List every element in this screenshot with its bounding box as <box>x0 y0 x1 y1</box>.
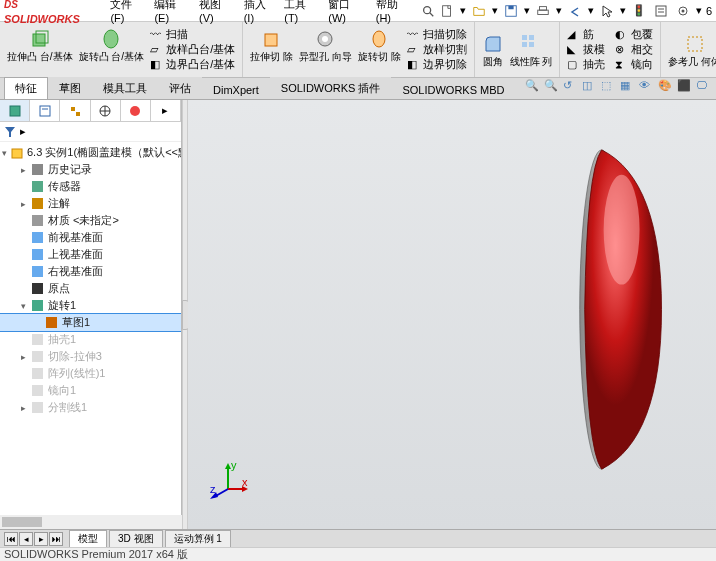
filter-icon[interactable] <box>4 126 16 138</box>
feature-manager: ▸ ▸ ▾ 6.3 实例1(椭圆盖建模（默认<<默认>_显 ▸历史记录传感器▸注… <box>0 100 182 529</box>
intersect-button[interactable]: ⊗相交 <box>613 42 655 57</box>
tree-item[interactable]: ▸分割线1 <box>0 399 181 416</box>
linear-pattern-button[interactable]: 线性阵 列 <box>508 32 555 68</box>
revolve-cut-button[interactable]: 旋转切 除 <box>356 27 403 72</box>
menu-edit[interactable]: 编辑(E) <box>151 0 192 24</box>
hide-show-icon[interactable]: 👁 <box>639 79 655 95</box>
ribbon-group-fillet: 圆角 线性阵 列 <box>475 22 561 77</box>
print-icon[interactable] <box>534 3 552 19</box>
open-icon[interactable] <box>470 3 488 19</box>
boundary-button[interactable]: ◧边界凸台/基体 <box>148 57 237 72</box>
doc-props-icon[interactable] <box>652 3 670 19</box>
display-manager-tab[interactable] <box>121 100 151 121</box>
tab-evaluate[interactable]: 评估 <box>158 77 202 99</box>
tree-item[interactable]: 原点 <box>0 280 181 297</box>
tree-item[interactable]: 前视基准面 <box>0 229 181 246</box>
status-text: SOLIDWORKS Premium 2017 x64 版 <box>4 547 188 561</box>
select-icon[interactable] <box>598 3 616 19</box>
main-area: ▸ ▸ ▾ 6.3 实例1(椭圆盖建模（默认<<默认>_显 ▸历史记录传感器▸注… <box>0 100 716 529</box>
save-icon[interactable] <box>502 3 520 19</box>
config-manager-tab[interactable] <box>60 100 90 121</box>
tab-features[interactable]: 特征 <box>4 77 48 99</box>
loft-cut-button[interactable]: ▱放样切割 <box>405 42 469 57</box>
svg-point-17 <box>322 36 328 42</box>
menu-tools[interactable]: 工具(T) <box>281 0 321 24</box>
feature-tree-tab[interactable] <box>0 100 30 121</box>
svg-point-14 <box>104 30 118 48</box>
loft-button[interactable]: ▱放样凸台/基体 <box>148 42 237 57</box>
tree-item[interactable]: ▸历史记录 <box>0 161 181 178</box>
scroll-next-icon[interactable]: ▸ <box>34 532 48 546</box>
rib-button[interactable]: ◢筋 <box>565 27 607 42</box>
tab-addins[interactable]: SOLIDWORKS 插件 <box>270 77 392 99</box>
tree-item[interactable]: 草图1 <box>0 314 181 331</box>
graphics-viewport[interactable]: y x z <box>188 100 716 529</box>
view-settings-icon[interactable]: 🖵 <box>696 79 712 95</box>
zoom-fit-icon[interactable]: 🔍 <box>525 79 541 95</box>
ribbon-group-cut: 拉伸切 除 异型孔 向导 旋转切 除 〰扫描切除 ▱放样切割 ◧边界切除 <box>243 22 474 77</box>
plane-icon <box>31 265 45 279</box>
tree-item[interactable]: ▸切除-拉伸3 <box>0 348 181 365</box>
svg-text:x: x <box>242 476 248 488</box>
shell-button[interactable]: ▢抽壳 <box>565 57 607 72</box>
prev-view-icon[interactable]: ↺ <box>563 79 579 95</box>
feature-tree[interactable]: ▾ 6.3 实例1(椭圆盖建模（默认<<默认>_显 ▸历史记录传感器▸注解材质 … <box>0 142 181 529</box>
undo-icon[interactable] <box>566 3 584 19</box>
new-doc-icon[interactable] <box>438 3 456 19</box>
display-style-icon[interactable]: ▦ <box>620 79 636 95</box>
extrude-cut-button[interactable]: 拉伸切 除 <box>248 27 295 72</box>
scroll-first-icon[interactable]: ⏮ <box>4 532 18 546</box>
motion-study-tab[interactable]: 运动算例 1 <box>165 530 231 548</box>
sweep-button[interactable]: 〰扫描 <box>148 27 237 42</box>
tree-item[interactable]: 阵列(线性)1 <box>0 365 181 382</box>
property-manager-tab[interactable] <box>30 100 60 121</box>
menu-window[interactable]: 窗口(W) <box>325 0 368 24</box>
extrude-boss-button[interactable]: 拉伸凸 台/基体 <box>5 27 75 72</box>
view-orient-icon[interactable]: ⬚ <box>601 79 617 95</box>
rebuild-icon[interactable]: 🚦 <box>630 3 648 19</box>
tree-hscrollbar[interactable] <box>0 515 182 529</box>
hole-wizard-button[interactable]: 异型孔 向导 <box>297 27 354 72</box>
tree-item[interactable]: 右视基准面 <box>0 263 181 280</box>
section-view-icon[interactable]: ◫ <box>582 79 598 95</box>
fillet-button[interactable]: 圆角 <box>480 32 506 68</box>
split-icon <box>31 401 45 415</box>
menu-help[interactable]: 帮助(H) <box>373 0 414 24</box>
sweep-cut-button[interactable]: 〰扫描切除 <box>405 27 469 42</box>
mirror-button[interactable]: ⧗镜向 <box>613 57 655 72</box>
scroll-last-icon[interactable]: ⏭ <box>49 532 63 546</box>
tab-mbd[interactable]: SOLIDWORKS MBD <box>391 80 515 99</box>
menu-view[interactable]: 视图(V) <box>196 0 237 24</box>
tree-item[interactable]: 材质 <未指定> <box>0 212 181 229</box>
scene-icon[interactable]: ⬛ <box>677 79 693 95</box>
tree-item[interactable]: 上视基准面 <box>0 246 181 263</box>
tree-root[interactable]: ▾ 6.3 实例1(椭圆盖建模（默认<<默认>_显 <box>0 144 181 161</box>
dimxpert-manager-tab[interactable] <box>91 100 121 121</box>
tab-mold-tools[interactable]: 模具工具 <box>92 77 158 99</box>
tree-item[interactable]: ▾旋转1 <box>0 297 181 314</box>
3dview-tab[interactable]: 3D 视图 <box>109 530 163 548</box>
draft-button[interactable]: ◣拔模 <box>565 42 607 57</box>
svg-rect-20 <box>529 35 534 40</box>
options-icon[interactable] <box>674 3 692 19</box>
scroll-prev-icon[interactable]: ◂ <box>19 532 33 546</box>
wrap-button[interactable]: ◐包覆 <box>613 27 655 42</box>
tree-item[interactable]: 镜向1 <box>0 382 181 399</box>
filter-dropdown-icon[interactable]: ▸ <box>20 125 26 138</box>
revolve-boss-button[interactable]: 旋转凸 台/基体 <box>77 27 147 72</box>
tree-item[interactable]: 传感器 <box>0 178 181 195</box>
tree-item[interactable]: ▸注解 <box>0 195 181 212</box>
expand-tab[interactable]: ▸ <box>151 100 181 121</box>
tab-sketch[interactable]: 草图 <box>48 77 92 99</box>
appearance-icon[interactable]: 🎨 <box>658 79 674 95</box>
menu-file[interactable]: 文件(F) <box>107 0 147 24</box>
sensor-icon <box>31 180 45 194</box>
boundary-cut-button[interactable]: ◧边界切除 <box>405 57 469 72</box>
model-tab[interactable]: 模型 <box>69 530 107 548</box>
tab-dimxpert[interactable]: DimXpert <box>202 80 270 99</box>
menu-insert[interactable]: 插入(I) <box>241 0 278 24</box>
zoom-area-icon[interactable]: 🔍 <box>544 79 560 95</box>
search-icon[interactable] <box>418 4 438 18</box>
ref-geometry-button[interactable]: 参考几 何体 <box>666 32 716 68</box>
tree-item[interactable]: 抽壳1 <box>0 331 181 348</box>
